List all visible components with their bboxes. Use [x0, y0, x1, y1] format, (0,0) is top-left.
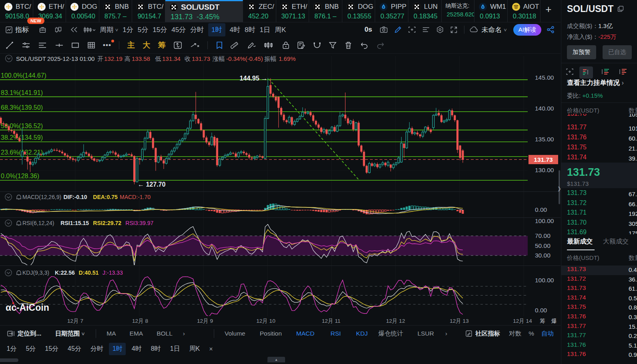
svg-text:38.2%(134.59): 38.2%(134.59)	[1, 134, 43, 141]
svg-text:DEA:0.75: DEA:0.75	[93, 194, 118, 200]
svg-text:K:22.56: K:22.56	[55, 269, 75, 276]
svg-text:0.0%(128.36): 0.0%(128.36)	[1, 173, 39, 179]
svg-text:144.95 →: 144.95 →	[240, 75, 267, 82]
svg-text:RSI1:15.15: RSI1:15.15	[60, 220, 89, 226]
svg-text:100.00: 100.00	[535, 217, 554, 224]
svg-text:140.00: 140.00	[535, 105, 554, 112]
svg-text:83.1%(141.91): 83.1%(141.91)	[1, 89, 43, 96]
svg-text:MACD(12,26,9): MACD(12,26,9)	[22, 194, 61, 200]
svg-text:RSI3:39.97: RSI3:39.97	[125, 220, 153, 226]
svg-text:70.00: 70.00	[535, 232, 551, 239]
svg-text:133.58: 133.58	[132, 55, 150, 62]
svg-text:1.69%: 1.69%	[279, 55, 296, 62]
svg-text:135.00: 135.00	[535, 136, 554, 143]
svg-text:132.19: 132.19	[104, 55, 123, 62]
svg-text:-0.34%(-0.45): -0.34%(-0.45)	[226, 55, 263, 62]
svg-text:← 127.70: ← 127.70	[138, 181, 165, 188]
svg-text:收: 收	[185, 55, 191, 62]
svg-text:振幅: 振幅	[264, 55, 276, 62]
svg-text:KDJ(9,3,3): KDJ(9,3,3)	[22, 269, 49, 276]
svg-text:131.73: 131.73	[192, 55, 210, 62]
svg-text:50.00: 50.00	[535, 242, 551, 249]
svg-text:RSI(6,12,24): RSI(6,12,24)	[22, 220, 54, 226]
svg-text:D:40.51: D:40.51	[79, 269, 99, 276]
svg-text:αc-AiCoin: αc-AiCoin	[6, 302, 49, 313]
svg-text:131.34: 131.34	[162, 55, 181, 62]
svg-text:145.00: 145.00	[535, 74, 554, 81]
svg-text:MACD:-1.70: MACD:-1.70	[120, 194, 151, 200]
svg-text:RSI2:29.72: RSI2:29.72	[93, 220, 121, 226]
svg-text:DIF:-0.10: DIF:-0.10	[63, 194, 87, 200]
svg-text:130.00: 130.00	[535, 167, 554, 173]
svg-text:30.00: 30.00	[535, 252, 551, 259]
svg-text:131.73: 131.73	[534, 156, 553, 163]
svg-text:J:-13.33: J:-13.33	[102, 269, 123, 276]
svg-text:68.3%(139.50): 68.3%(139.50)	[1, 104, 43, 111]
svg-text:100.0%(144.67): 100.0%(144.67)	[1, 72, 46, 79]
svg-text:100.00: 100.00	[535, 277, 554, 284]
svg-text:涨幅: 涨幅	[213, 55, 225, 62]
svg-text:❯: ❯	[557, 186, 561, 191]
svg-text:0.00: 0.00	[535, 206, 547, 213]
svg-text:0.00: 0.00	[535, 307, 547, 314]
svg-text:2025-12-13 01:00: 2025-12-13 01:00	[47, 55, 94, 62]
svg-text:高: 高	[125, 55, 131, 62]
svg-text:低: 低	[155, 55, 161, 62]
svg-text:SOL/USDT: SOL/USDT	[16, 55, 46, 62]
svg-text:开: 开	[97, 55, 103, 62]
